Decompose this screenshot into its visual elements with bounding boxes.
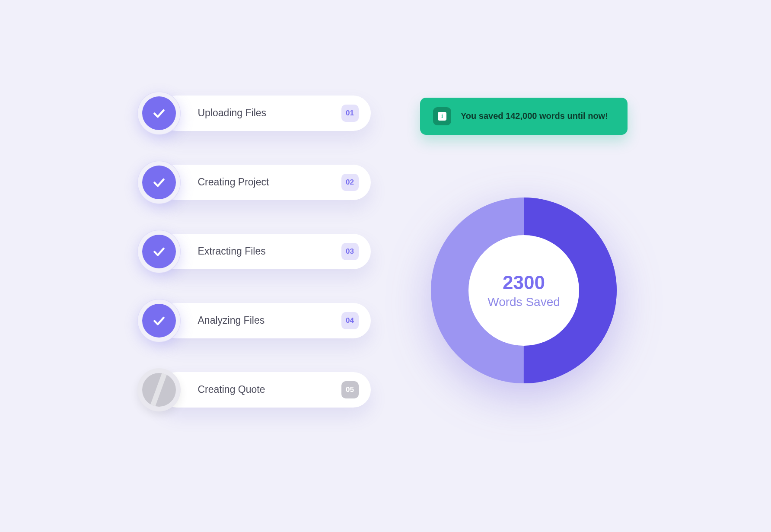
check-icon <box>142 235 176 268</box>
words-saved-donut: 2300 Words Saved <box>429 195 619 385</box>
savings-alert: i You saved 142,000 words until now! <box>420 98 628 135</box>
step-label: Creating Quote <box>198 384 265 395</box>
donut-center: 2300 Words Saved <box>487 272 560 309</box>
donut-label: Words Saved <box>487 295 560 309</box>
step-status-circle <box>137 92 181 135</box>
steps-list: Uploading Files 01 Creating Project 02 <box>137 92 371 441</box>
step-pill: Uploading Files 01 <box>159 96 371 131</box>
step-label: Creating Project <box>198 176 269 188</box>
summary-column: i You saved 142,000 words until now! 230… <box>414 92 634 441</box>
step-status-circle <box>137 299 181 342</box>
check-icon <box>142 304 176 338</box>
step-number-badge: 02 <box>341 174 359 191</box>
step-item: Creating Quote 05 <box>137 368 371 411</box>
step-number-badge: 04 <box>341 312 359 329</box>
step-number-badge: 01 <box>341 105 359 122</box>
step-number-badge: 05 <box>341 381 359 398</box>
step-item: Uploading Files 01 <box>137 92 371 135</box>
check-icon <box>142 166 176 199</box>
step-label: Uploading Files <box>198 107 267 119</box>
step-pill: Creating Quote 05 <box>159 372 371 408</box>
step-label: Analyzing Files <box>198 315 265 326</box>
step-pill: Analyzing Files 04 <box>159 303 371 338</box>
step-number-badge: 03 <box>341 243 359 260</box>
step-status-circle <box>137 230 181 273</box>
info-icon: i <box>433 107 451 125</box>
step-item: Creating Project 02 <box>137 161 371 204</box>
alert-text: You saved 142,000 words until now! <box>461 111 608 121</box>
dashboard-panel: Uploading Files 01 Creating Project 02 <box>107 70 664 462</box>
step-item: Extracting Files 03 <box>137 230 371 273</box>
step-status-circle <box>137 161 181 204</box>
check-icon <box>142 96 176 130</box>
step-item: Analyzing Files 04 <box>137 299 371 342</box>
step-status-circle <box>137 368 181 411</box>
donut-value: 2300 <box>487 272 560 293</box>
step-pill: Creating Project 02 <box>159 165 371 200</box>
step-pill: Extracting Files 03 <box>159 234 371 269</box>
spinner-icon <box>142 373 176 407</box>
step-label: Extracting Files <box>198 245 266 257</box>
